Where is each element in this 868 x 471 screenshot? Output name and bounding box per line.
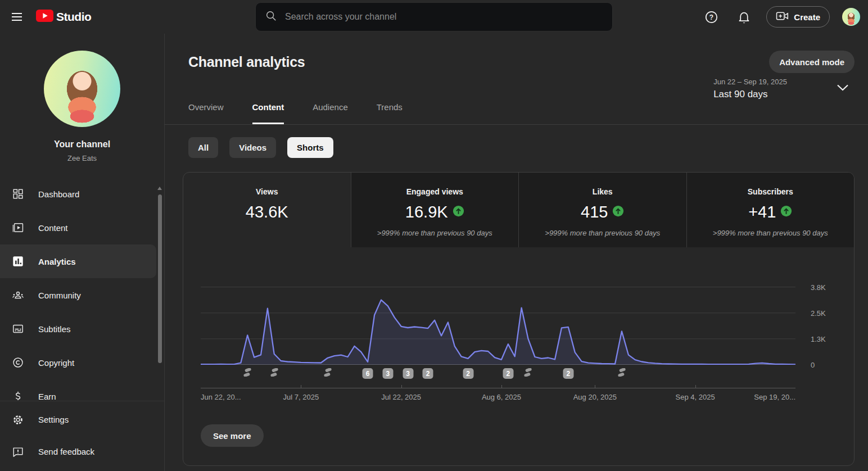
community-icon <box>11 289 25 301</box>
sidebar-menu: Dashboard Content Analytics Community <box>0 177 164 400</box>
y-tick-label: 3.8K <box>811 283 826 292</box>
sidebar-bottom-section: Settings Send feedback <box>0 401 164 471</box>
tab-content[interactable]: Content <box>252 97 284 124</box>
page-title: Channel analytics <box>188 54 305 70</box>
account-avatar[interactable] <box>842 8 860 26</box>
x-axis-tick <box>695 385 696 388</box>
trend-up-icon <box>612 205 624 219</box>
x-tick-label: Sep 19, 20... <box>754 393 795 401</box>
analytics-tabs-row: Overview Content Audience Trends Jun 22 … <box>165 73 868 125</box>
chip-shorts[interactable]: Shorts <box>287 137 333 158</box>
shorts-count-badge[interactable]: 3 <box>382 368 393 379</box>
analytics-card: Views 43.6K Engaged views 16.9K >999% mo… <box>183 172 855 466</box>
x-tick-label: Sep 4, 2025 <box>676 393 715 401</box>
scrollbar-thumb[interactable] <box>158 194 162 363</box>
metric-tab-likes[interactable]: Likes 415 >999% more than previous 90 da… <box>518 173 686 247</box>
youtube-studio-logo[interactable]: Studio <box>36 10 91 24</box>
x-tick-label: Aug 20, 2025 <box>573 393 617 401</box>
help-icon[interactable]: ? <box>701 7 721 27</box>
x-tick-label: Jul 7, 2025 <box>283 393 319 401</box>
sidebar-scrollbar[interactable] <box>157 187 162 407</box>
channel-avatar[interactable] <box>44 51 120 127</box>
top-bar: Studio ? Create <box>0 0 868 34</box>
tab-trends[interactable]: Trends <box>377 97 403 124</box>
sidebar-item-copyright[interactable]: Copyright <box>0 346 164 379</box>
shorts-count-badge[interactable]: 2 <box>463 368 473 379</box>
shorts-icon[interactable] <box>524 368 532 379</box>
shorts-count-badge[interactable]: 6 <box>363 368 373 379</box>
studio-wordmark: Studio <box>56 10 91 24</box>
sidebar-item-community[interactable]: Community <box>0 278 164 312</box>
subtitles-icon <box>11 323 25 335</box>
y-tick-label: 0 <box>811 361 815 369</box>
channel-name: Zee Eats <box>0 154 164 162</box>
shorts-icon[interactable] <box>617 368 626 379</box>
subscribers-value: +41 <box>748 203 776 221</box>
views-value: 43.6K <box>246 203 288 221</box>
shorts-icon[interactable] <box>323 368 332 379</box>
tab-overview[interactable]: Overview <box>188 97 224 124</box>
shorts-count-badge[interactable]: 2 <box>563 368 573 379</box>
trend-up-icon <box>453 205 464 219</box>
feedback-icon <box>11 446 25 458</box>
x-axis-tick <box>401 385 402 388</box>
trend-up-icon <box>780 205 792 219</box>
chart-area-fill <box>201 300 795 365</box>
shorts-icon[interactable] <box>243 368 252 379</box>
see-more-button[interactable]: See more <box>201 424 264 447</box>
shorts-count-badge[interactable]: 3 <box>403 368 413 379</box>
sidebar-item-settings[interactable]: Settings <box>0 404 164 436</box>
channel-search[interactable] <box>255 2 613 31</box>
engaged-views-value: 16.9K <box>405 203 448 221</box>
create-button[interactable]: Create <box>766 6 830 28</box>
advanced-mode-button[interactable]: Advanced mode <box>769 51 855 73</box>
sidebar-item-earn[interactable]: Earn <box>0 379 164 400</box>
shorts-markers-row: 6332222 <box>201 368 795 382</box>
chip-videos[interactable]: Videos <box>229 137 276 158</box>
metric-tab-engaged-views[interactable]: Engaged views 16.9K >999% more than prev… <box>351 173 519 247</box>
x-tick-label: Jun 22, 20... <box>201 393 241 401</box>
x-axis-tick <box>501 385 502 388</box>
scroll-up-arrow-icon[interactable] <box>157 187 162 190</box>
shorts-icon[interactable] <box>270 368 278 379</box>
shorts-count-badge[interactable]: 2 <box>423 368 433 379</box>
menu-icon[interactable] <box>6 6 28 28</box>
sidebar: Your channel Zee Eats Dashboard Content <box>0 34 165 471</box>
chart-x-labels: Jun 22, 20...Jul 7, 2025Jul 22, 2025Aug … <box>201 393 795 404</box>
date-range-text: Jun 22 – Sep 19, 2025 <box>713 78 787 86</box>
x-tick-label: Jul 22, 2025 <box>381 393 421 401</box>
metric-tabs: Views 43.6K Engaged views 16.9K >999% mo… <box>183 173 854 247</box>
format-filter-chips: All Videos Shorts <box>188 137 855 158</box>
sidebar-item-dashboard[interactable]: Dashboard <box>0 177 164 211</box>
x-tick-label: Aug 6, 2025 <box>482 393 521 401</box>
metric-tab-subscribers[interactable]: Subscribers +41 >999% more than previous… <box>686 173 855 247</box>
main-content: Channel analytics Advanced mode Overview… <box>165 34 868 471</box>
sidebar-item-content[interactable]: Content <box>0 211 164 244</box>
views-chart: 6332222 Jun 22, 20...Jul 7, 2025Jul 22, … <box>183 247 854 404</box>
gear-icon <box>11 414 25 426</box>
content-icon <box>11 221 25 234</box>
chart-x-axis <box>201 388 795 388</box>
create-video-icon <box>776 10 789 24</box>
date-range-picker[interactable]: Jun 22 – Sep 19, 2025 Last 90 days <box>713 78 855 100</box>
copyright-icon <box>11 356 25 369</box>
search-input[interactable] <box>285 12 603 22</box>
youtube-play-icon <box>36 10 53 24</box>
shorts-count-badge[interactable]: 2 <box>503 368 513 379</box>
chart-plot-area[interactable] <box>201 265 795 365</box>
sidebar-item-send-feedback[interactable]: Send feedback <box>0 436 164 468</box>
chart-line <box>201 300 795 365</box>
channel-title: Your channel <box>0 139 164 150</box>
sidebar-item-subtitles[interactable]: Subtitles <box>0 312 164 346</box>
notifications-bell-icon[interactable] <box>734 7 754 27</box>
y-tick-label: 2.5K <box>811 309 826 318</box>
x-axis-tick <box>301 385 301 388</box>
tab-audience[interactable]: Audience <box>313 97 348 124</box>
sidebar-item-analytics[interactable]: Analytics <box>0 244 156 278</box>
earn-icon <box>11 390 25 400</box>
analytics-icon <box>11 255 25 268</box>
x-axis-tick <box>595 385 595 388</box>
search-icon <box>265 10 277 24</box>
metric-tab-views[interactable]: Views 43.6K <box>183 173 351 247</box>
chip-all[interactable]: All <box>188 137 218 158</box>
